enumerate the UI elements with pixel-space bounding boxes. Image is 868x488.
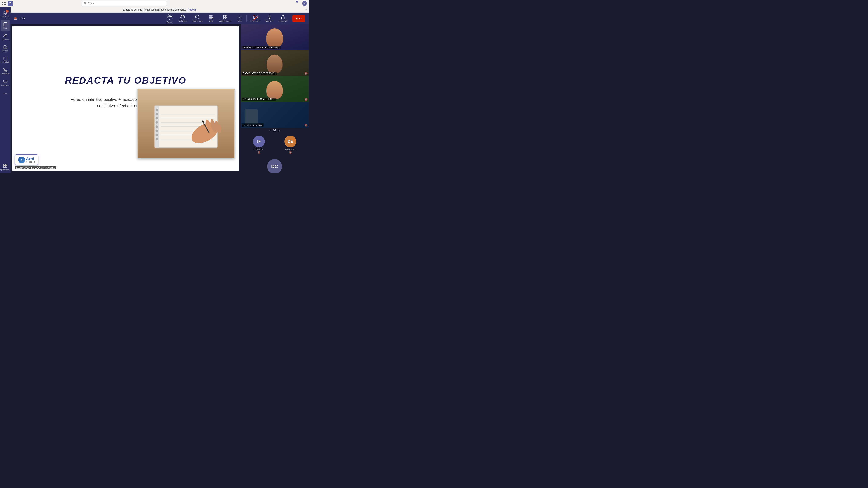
teams-logo: T bbox=[8, 1, 13, 6]
svg-point-46 bbox=[156, 130, 158, 132]
main-content: REDACTA TU OBJETIVO Verbo en infinitivo … bbox=[10, 24, 241, 173]
mas-label: Más bbox=[237, 20, 241, 22]
participant-face-2 bbox=[267, 55, 283, 73]
svg-rect-23 bbox=[212, 15, 213, 17]
avatar-name-if: ITZAYANA... bbox=[254, 148, 264, 151]
avatar-item-if: IF ITZAYANA... 🔇 bbox=[253, 135, 265, 154]
presenter-logo: A Arsi Negocios bbox=[15, 154, 38, 165]
onedrive-icon bbox=[3, 79, 8, 84]
salir-button[interactable]: Salir bbox=[292, 15, 305, 22]
aplicaciones-button[interactable]: Aplicaciones bbox=[217, 13, 233, 23]
svg-point-29 bbox=[238, 17, 239, 18]
avatar-initials-if: IF bbox=[257, 139, 261, 144]
hand-raise-icon bbox=[180, 15, 185, 20]
svg-point-6 bbox=[4, 34, 5, 36]
writing-image bbox=[137, 89, 235, 158]
timer-area: 14:37 bbox=[14, 17, 25, 20]
pagination-area: ‹ 1/2 › bbox=[241, 128, 309, 133]
svg-rect-16 bbox=[4, 166, 5, 167]
participant-name-3: ROSA FABIOLA ROSAS CISNE... bbox=[242, 98, 276, 101]
tasks-icon bbox=[3, 45, 8, 50]
sidebar-label-aplicaciones: Aplicacion... bbox=[0, 168, 10, 170]
logo-negocios: Negocios bbox=[26, 161, 35, 163]
svg-point-44 bbox=[156, 121, 158, 124]
vista-label: Vista bbox=[209, 20, 213, 22]
avatar-item-de: DE Departam... 🔇 bbox=[284, 135, 296, 154]
compartir-button[interactable]: Compartir bbox=[276, 13, 290, 23]
sidebar-item-onedrive[interactable]: OneDrive bbox=[1, 77, 10, 88]
apps-icon bbox=[3, 163, 8, 168]
sidebar-label-actividad: Actividad bbox=[1, 15, 9, 18]
micro-chevron-icon bbox=[271, 20, 273, 22]
activity-badge: 1 bbox=[6, 10, 9, 13]
camara-button[interactable]: Cámara bbox=[248, 13, 263, 23]
notification-close[interactable]: × bbox=[305, 8, 307, 11]
logo-arsi: Arsi bbox=[26, 157, 35, 161]
participant-video-1: LAURA DOLORES SOSA CARAVAN... bbox=[241, 24, 309, 50]
participant-video-4: Lu (No comprobado) 🔇 bbox=[241, 102, 309, 128]
activar-button[interactable]: Activar bbox=[188, 8, 196, 11]
search-placeholder: Buscar bbox=[87, 2, 95, 5]
user-avatar-dc[interactable]: DC bbox=[302, 1, 307, 6]
vista-button[interactable]: Vista bbox=[206, 13, 216, 23]
svg-rect-26 bbox=[223, 15, 225, 17]
reaccionar-button[interactable]: Reaccionar bbox=[190, 13, 205, 23]
camera-icon bbox=[253, 15, 258, 20]
meeting-toolbar: 14:37 8 Gente Participar bbox=[10, 13, 309, 24]
sidebar-label-onedrive: OneDrive bbox=[1, 84, 9, 86]
dc-avatar-area: DC bbox=[241, 156, 309, 173]
sidebar-item-tareas[interactable]: Tareas bbox=[1, 43, 10, 54]
avatar-initials-de: DE bbox=[287, 139, 293, 144]
avatar-circle-de: DE bbox=[284, 135, 296, 148]
participant-mute-icon-4: 🔇 bbox=[305, 124, 308, 127]
title-bar: T Buscar DC bbox=[0, 0, 309, 7]
svg-rect-28 bbox=[223, 18, 225, 19]
notification-dot bbox=[296, 1, 298, 3]
svg-rect-0 bbox=[2, 2, 3, 3]
compartir-label: Compartir bbox=[278, 20, 288, 22]
svg-rect-14 bbox=[4, 164, 5, 166]
slide-title: REDACTA TU OBJETIVO bbox=[65, 75, 186, 86]
gente-label: Gente bbox=[167, 21, 173, 24]
right-panel: LAURA DOLORES SOSA CARAVAN... RAFAEL ART… bbox=[241, 24, 309, 173]
svg-rect-2 bbox=[2, 4, 3, 5]
sidebar-label-tareas: Tareas bbox=[2, 50, 8, 52]
svg-point-42 bbox=[156, 113, 158, 116]
sidebar-item-actividad[interactable]: 1 Actividad bbox=[1, 8, 10, 20]
participar-button[interactable]: Participar bbox=[176, 13, 189, 23]
apps-grid-icon[interactable] bbox=[2, 1, 6, 5]
svg-rect-25 bbox=[212, 18, 213, 19]
sidebar-item-aplicaciones[interactable]: Aplicacion... bbox=[1, 161, 10, 172]
svg-rect-24 bbox=[209, 18, 211, 19]
camara-chevron-icon bbox=[258, 20, 260, 22]
sidebar-item-more[interactable] bbox=[1, 89, 10, 100]
sidebar-item-equipos[interactable]: Equipos bbox=[1, 31, 10, 42]
search-bar[interactable]: Buscar bbox=[82, 1, 167, 6]
sidebar-item-llamadas[interactable]: Llamadas bbox=[1, 66, 10, 77]
participant-video-3: ROSA FABIOLA ROSAS CISNE... 🔇 bbox=[241, 76, 309, 102]
chat-icon bbox=[3, 22, 8, 27]
avatar-circle-dc: DC bbox=[267, 159, 282, 173]
sidebar-item-calendario[interactable]: Calendario bbox=[1, 54, 10, 65]
participar-label: Participar bbox=[178, 20, 187, 22]
mas-button[interactable]: Más bbox=[234, 13, 245, 23]
emoji-icon bbox=[195, 15, 199, 20]
record-dot bbox=[14, 18, 17, 20]
call-timer: 14:37 bbox=[18, 17, 25, 20]
next-page-button[interactable]: › bbox=[279, 129, 280, 132]
svg-point-19 bbox=[195, 15, 199, 19]
participant-name-2: RAFAEL ARTURO CORDERO P... bbox=[242, 72, 277, 75]
svg-rect-27 bbox=[226, 15, 227, 17]
participant-face-1 bbox=[266, 28, 283, 47]
participant-video-2: RAFAEL ARTURO CORDERO P... 🔇 bbox=[241, 50, 309, 76]
svg-point-43 bbox=[156, 117, 158, 120]
sidebar-item-chat[interactable]: Chat bbox=[1, 20, 10, 31]
presenter-name-label: LAURA DOLORES SOSA CARAVANTES bbox=[15, 166, 56, 169]
prev-page-button[interactable]: ‹ bbox=[269, 129, 270, 132]
bottom-avatars-row: IF ITZAYANA... 🔇 DE Departam... 🔇 bbox=[241, 133, 309, 156]
micro-button[interactable]: Micro bbox=[264, 13, 275, 23]
camara-label: Cámara bbox=[250, 20, 258, 22]
notification-bar: Entérese de todo. Active las notificacio… bbox=[10, 7, 309, 13]
page-indicator: 1/2 bbox=[273, 129, 277, 132]
gente-button[interactable]: 8 Gente bbox=[164, 13, 175, 23]
